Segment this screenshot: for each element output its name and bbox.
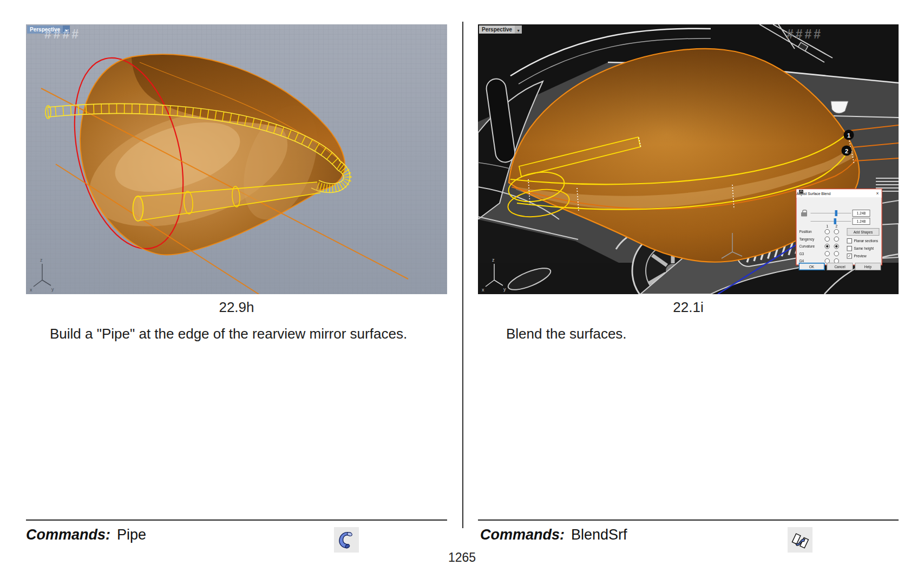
- preview-checkbox[interactable]: ✓: [847, 254, 853, 259]
- rhino-viewport-right: 1 2 z x y Perspective ▼ #### Adjust Surf…: [478, 24, 899, 294]
- ok-button[interactable]: OK: [799, 263, 825, 270]
- blendsrf-icon[interactable]: [788, 527, 812, 553]
- same-height-checkrow[interactable]: Same height: [847, 246, 874, 251]
- edge-marker-1[interactable]: 1: [844, 130, 854, 140]
- row-label-tangency: Tangency: [800, 237, 815, 242]
- cancel-button[interactable]: Cancel: [827, 263, 853, 270]
- column-header-1: 1: [827, 224, 829, 229]
- chevron-down-icon[interactable]: ▼: [515, 25, 522, 34]
- blend-slider-2[interactable]: [811, 221, 851, 222]
- preview-label: Preview: [854, 254, 867, 258]
- blendsrf-icon-glyph: [789, 529, 811, 551]
- commands-label: Commands:: [26, 527, 110, 543]
- step-description-right: Blend the surfaces.: [478, 326, 899, 342]
- row-label-g3: G3: [800, 252, 804, 256]
- radio-tangency-1[interactable]: [825, 237, 830, 242]
- figure-caption-right: 22.1i: [478, 299, 899, 316]
- adjust-surface-blend-dialog: Adjust Surface Blend × 1.248 1.248 1 2 P…: [796, 189, 882, 265]
- same-height-label: Same height: [854, 246, 874, 251]
- same-height-checkbox[interactable]: [847, 246, 853, 251]
- blend-value-2-input[interactable]: 1.248: [853, 218, 870, 225]
- radio-position-2[interactable]: [834, 229, 840, 235]
- watermark-text: ####: [787, 27, 823, 42]
- axis-label-y: y: [503, 287, 506, 292]
- edge-marker-1-label: 1: [847, 132, 850, 139]
- add-shapes-button[interactable]: Add Shapes: [847, 228, 880, 236]
- axis-label-z: z: [492, 257, 495, 263]
- pipe-icon[interactable]: [334, 527, 359, 553]
- planar-sections-label: Planar sections: [854, 239, 878, 243]
- axis-label-z: z: [40, 257, 43, 263]
- blend-slider-1[interactable]: [811, 213, 851, 213]
- radio-tangency-2[interactable]: [834, 237, 840, 242]
- commands-label: Commands:: [480, 527, 565, 543]
- figure-caption-left: 22.9h: [26, 299, 447, 316]
- watermark-text: ####: [44, 27, 81, 42]
- blend-slider-1-handle[interactable]: [835, 210, 838, 216]
- column-divider: [462, 22, 463, 528]
- left-viewport-canvas: z x y: [26, 24, 447, 294]
- planar-sections-checkbox[interactable]: [847, 238, 853, 244]
- blend-value-1-input[interactable]: 1.248: [853, 210, 870, 217]
- radio-curvature-1[interactable]: [825, 244, 830, 249]
- help-button[interactable]: Help: [855, 263, 881, 270]
- planar-sections-checkrow[interactable]: Planar sections: [847, 238, 878, 244]
- footer-rule-right: [478, 519, 899, 521]
- pipe-icon-glyph: [336, 529, 357, 551]
- column-header-2: 2: [836, 224, 838, 229]
- rhino-viewport-left: z x y Perspective ▼ ####: [26, 24, 447, 294]
- step-description-left: Build a "Pipe" at the edge of the rearvi…: [26, 326, 447, 342]
- page-number: 1265: [0, 550, 924, 565]
- radio-curvature-2[interactable]: [834, 244, 840, 249]
- close-icon[interactable]: ×: [876, 191, 879, 196]
- radio-g3-1[interactable]: [825, 251, 830, 257]
- viewport-title[interactable]: Perspective: [479, 25, 515, 34]
- blend-slider-2-handle[interactable]: [834, 218, 837, 224]
- lock-icon-body[interactable]: [801, 212, 807, 217]
- viewport-title-tab[interactable]: Perspective ▼: [479, 25, 522, 34]
- radio-position-1[interactable]: [825, 229, 830, 235]
- blendsrf-dialog-icon: [799, 190, 804, 194]
- command-name-blendsrf: BlendSrf: [571, 527, 627, 543]
- axis-label-x: x: [30, 287, 32, 293]
- edge-marker-2[interactable]: 2: [842, 146, 852, 156]
- footer-rule-left: [26, 519, 447, 521]
- command-name-pipe: Pipe: [117, 527, 146, 543]
- row-label-curvature: Curvature: [800, 244, 815, 249]
- commands-row-right: Commands: BlendSrf: [480, 527, 627, 543]
- edge-marker-2-label: 2: [845, 148, 848, 154]
- radio-g3-2[interactable]: [834, 251, 840, 257]
- commands-row-left: Commands: Pipe: [26, 527, 146, 543]
- axis-label-x: x: [482, 287, 484, 293]
- preview-checkrow[interactable]: ✓ Preview: [847, 254, 867, 259]
- row-label-position: Position: [800, 230, 812, 234]
- dialog-title-bar[interactable]: Adjust Surface Blend ×: [797, 190, 882, 198]
- axis-label-y: y: [51, 287, 54, 292]
